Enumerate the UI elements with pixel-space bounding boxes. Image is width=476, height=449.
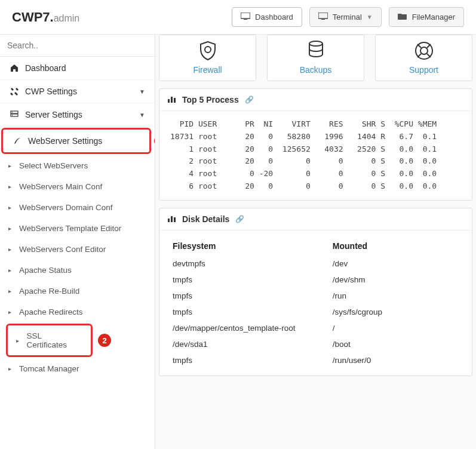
logo-suffix: admin xyxy=(54,13,80,23)
disk-col-mounted: Mounted xyxy=(330,238,461,256)
webserver-submenu: ▸Select WebServers▸WebServers Main Conf▸… xyxy=(0,155,155,379)
disk-cell-filesystem: tmpfs xyxy=(170,352,330,368)
nav-cwp-settings-label: CWP Settings xyxy=(25,87,77,96)
top-process-panel: Top 5 Process 🔗 PID USER PR NI VIRT RES … xyxy=(159,88,472,201)
firewall-card-label: Firewall xyxy=(193,65,222,75)
svg-rect-0 xyxy=(241,13,250,19)
nav-sub-label: WebServers Template Editor xyxy=(19,224,121,233)
tools-icon xyxy=(10,87,19,96)
disk-row: /dev/mapper/centos_template-root/ xyxy=(170,320,461,336)
top-process-panel-header: Top 5 Process 🔗 xyxy=(159,89,472,111)
caret-right-icon: ▸ xyxy=(16,337,22,344)
nav-server-settings[interactable]: Server Settings ▼ xyxy=(0,103,155,127)
link-icon[interactable]: 🔗 xyxy=(245,96,254,104)
svg-rect-12 xyxy=(168,99,170,103)
sidebar: Dashboard CWP Settings ▼ Server Settings… xyxy=(0,35,155,449)
caret-right-icon: ▸ xyxy=(8,309,14,315)
nav-webserver-settings-label: WebServer Settings xyxy=(28,136,102,146)
nav-sub-label: Select WebServers xyxy=(19,161,88,170)
nav-sub-label: SSL Certificates xyxy=(27,331,82,349)
disk-cell-mounted: /sys/fs/cgroup xyxy=(330,304,461,320)
top-header: CWP7.admin Dashboard Terminal ▼ FileMana… xyxy=(0,0,476,35)
svg-point-11 xyxy=(420,47,428,54)
disk-details-panel: Disk Details 🔗 Filesystem Mounted devtmp… xyxy=(159,208,472,376)
nav-cwp-settings[interactable]: CWP Settings ▼ xyxy=(0,80,155,103)
nav-sub-webservers-domain-conf[interactable]: ▸WebServers Domain Conf xyxy=(0,197,155,218)
firewall-card[interactable]: Firewall xyxy=(159,35,256,81)
home-icon xyxy=(10,64,19,72)
nav-webserver-settings[interactable]: WebServer Settings xyxy=(3,130,149,152)
backups-card[interactable]: Backups xyxy=(267,35,364,81)
caret-right-icon: ▸ xyxy=(8,288,14,294)
svg-rect-13 xyxy=(171,97,173,103)
disk-cell-filesystem: /dev/mapper/centos_template-root xyxy=(170,320,330,336)
caret-right-icon: ▸ xyxy=(8,183,14,190)
info-cards-row: Firewall Backups Support xyxy=(159,35,472,81)
terminal-button[interactable]: Terminal ▼ xyxy=(309,7,382,27)
support-card[interactable]: Support xyxy=(375,35,472,81)
svg-rect-14 xyxy=(174,98,176,103)
bar-chart-icon xyxy=(168,214,176,224)
nav-sub-webservers-conf-editor[interactable]: ▸WebServers Conf Editor xyxy=(0,239,155,260)
disk-table: Filesystem Mounted devtmpfs/devtmpfs/dev… xyxy=(170,238,461,368)
search-input[interactable] xyxy=(0,35,155,57)
lifebuoy-icon xyxy=(414,40,434,61)
disk-cell-filesystem: /dev/sda1 xyxy=(170,336,330,352)
caret-right-icon: ▸ xyxy=(8,162,14,169)
bar-chart-icon xyxy=(168,95,176,104)
process-table: PID USER PR NI VIRT RES SHR S %CPU %MEM … xyxy=(170,118,461,193)
caret-right-icon: ▸ xyxy=(8,225,14,232)
chevron-down-icon: ▼ xyxy=(139,88,145,95)
main-content: Firewall Backups Support Top 5 Proce xyxy=(155,35,476,449)
filemanager-button[interactable]: FileManager xyxy=(389,7,464,27)
top-process-title: Top 5 Process xyxy=(182,95,239,104)
nav-server-settings-label: Server Settings xyxy=(25,110,82,119)
nav-dashboard-label: Dashboard xyxy=(25,63,66,73)
nav-sub-webservers-template-editor[interactable]: ▸WebServers Template Editor xyxy=(0,218,155,239)
disk-cell-filesystem: tmpfs xyxy=(170,304,330,320)
top-process-body: PID USER PR NI VIRT RES SHR S %CPU %MEM … xyxy=(159,111,472,200)
nav-sub-tomcat-manager[interactable]: ▸Tomcat Manager xyxy=(0,358,155,379)
monitor-icon xyxy=(318,13,328,21)
disk-cell-mounted: /run xyxy=(330,288,461,304)
support-card-label: Support xyxy=(409,65,438,75)
nav-sub-label: WebServers Main Conf xyxy=(19,182,102,191)
disk-details-title: Disk Details xyxy=(182,214,229,224)
disk-details-panel-header: Disk Details 🔗 xyxy=(159,208,472,230)
logo-brand: CWP7 xyxy=(12,10,50,24)
svg-rect-17 xyxy=(174,217,176,222)
feather-icon xyxy=(13,137,22,145)
nav-sub-label: Apache Status xyxy=(19,266,72,275)
backups-card-label: Backups xyxy=(300,65,332,75)
disk-cell-mounted: / xyxy=(330,320,461,336)
nav-sub-apache-re-build[interactable]: ▸Apache Re-Build xyxy=(0,281,155,302)
dashboard-button[interactable]: Dashboard xyxy=(232,7,302,27)
svg-point-6 xyxy=(12,112,13,113)
nav-sub-ssl-certificates[interactable]: ▸SSL Certificates xyxy=(8,325,91,355)
disk-row: tmpfs/sys/fs/cgroup xyxy=(170,304,461,320)
shield-icon xyxy=(198,40,217,61)
monitor-icon xyxy=(241,13,250,21)
disk-cell-filesystem: tmpfs xyxy=(170,272,330,288)
svg-rect-16 xyxy=(171,216,173,222)
svg-point-9 xyxy=(309,41,323,46)
nav-sub-label: WebServers Domain Conf xyxy=(19,203,113,212)
nav-sub-apache-status[interactable]: ▸Apache Status xyxy=(0,260,155,281)
disk-cell-mounted: /boot xyxy=(330,336,461,352)
disk-cell-mounted: /dev/shm xyxy=(330,272,461,288)
disk-cell-filesystem: tmpfs xyxy=(170,288,330,304)
disk-cell-mounted: /run/user/0 xyxy=(330,352,461,368)
link-icon[interactable]: 🔗 xyxy=(235,215,244,223)
svg-point-7 xyxy=(12,115,13,116)
svg-rect-3 xyxy=(321,19,325,20)
disk-row: devtmpfs/dev xyxy=(170,256,461,272)
disk-row: /dev/sda1/boot xyxy=(170,336,461,352)
nav-dashboard[interactable]: Dashboard xyxy=(0,57,155,80)
disk-col-filesystem: Filesystem xyxy=(170,238,330,256)
disk-cell-filesystem: devtmpfs xyxy=(170,256,330,272)
nav-sub-webservers-main-conf[interactable]: ▸WebServers Main Conf xyxy=(0,176,155,197)
svg-rect-15 xyxy=(168,219,170,222)
nav-sub-select-webservers[interactable]: ▸Select WebServers xyxy=(0,155,155,176)
caret-right-icon: ▸ xyxy=(8,246,14,253)
nav-sub-apache-redirects[interactable]: ▸Apache Redirects xyxy=(0,302,155,322)
